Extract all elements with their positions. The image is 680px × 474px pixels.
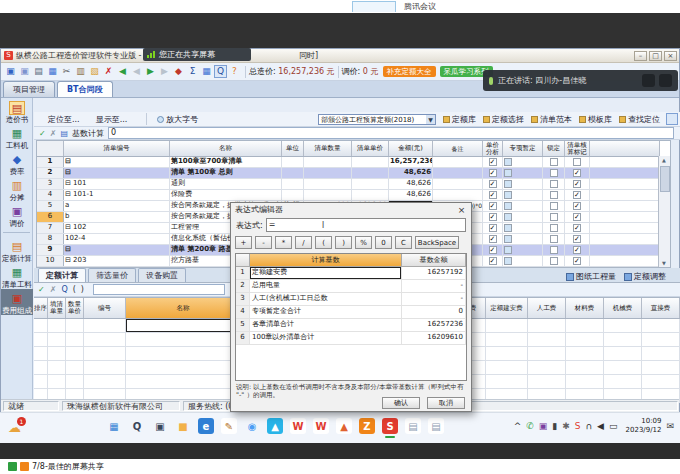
share-window-icon[interactable]: [20, 462, 29, 471]
cell-check-mark[interactable]: [565, 201, 590, 211]
checkbox-icon[interactable]: [504, 158, 512, 166]
cell-check-mark[interactable]: [565, 179, 590, 189]
tab-contract-section[interactable]: BT合同段: [57, 81, 113, 97]
cell-price-analysis[interactable]: [483, 201, 503, 211]
tray-s-app-icon[interactable]: S: [575, 421, 581, 431]
cell-amount[interactable]: 48,626: [389, 179, 433, 189]
sidebar-item-cost-composition[interactable]: ▣ 费用组成: [1, 289, 33, 315]
find-locate-button[interactable]: 查找定位: [619, 114, 660, 125]
cell-note[interactable]: [433, 179, 483, 189]
wps-writer-2-icon[interactable]: W: [313, 418, 329, 434]
cell-special-provisional[interactable]: [503, 223, 543, 233]
cell-unit[interactable]: [282, 190, 304, 200]
vertical-scrollbar[interactable]: ▲ ▼: [658, 156, 670, 267]
nav-back-icon[interactable]: ◀: [116, 65, 129, 78]
operator-key[interactable]: 0: [375, 236, 392, 249]
cell-name[interactable]: 第100章至700章清单: [170, 157, 282, 167]
detail-formula-input[interactable]: [93, 284, 225, 295]
checkbox-icon[interactable]: [550, 246, 558, 254]
cell-special-provisional[interactable]: [503, 157, 543, 167]
sidebar-item-allocation[interactable]: ▥ 分摊: [1, 176, 33, 202]
cell-lock[interactable]: [543, 157, 565, 167]
scrollbar-thumb[interactable]: [660, 166, 670, 192]
checkbox-icon[interactable]: [550, 180, 558, 188]
operator-key[interactable]: %: [355, 236, 372, 249]
cell-price-analysis[interactable]: [483, 212, 503, 222]
search-icon[interactable]: Q: [214, 65, 227, 78]
checkbox-icon[interactable]: [573, 224, 581, 232]
cell-unit[interactable]: [282, 157, 304, 167]
table-row[interactable]: 1 ⊟ 第100章至700章清单 16,257,236: [37, 157, 660, 168]
row-number[interactable]: 8: [37, 234, 64, 244]
checkbox-icon[interactable]: [550, 213, 558, 221]
operator-key[interactable]: C: [395, 236, 412, 249]
print-icon[interactable]: ▤: [32, 65, 45, 78]
volume-icon[interactable]: ◀: [597, 421, 604, 431]
checkbox-icon[interactable]: [504, 202, 512, 210]
paste-icon[interactable]: ▥: [74, 65, 87, 78]
tools-icon[interactable]: ◆: [172, 65, 185, 78]
base-list-row[interactable]: 2 总用电量 -: [236, 280, 466, 293]
operator-key[interactable]: *: [275, 236, 292, 249]
supplement-quota-badge[interactable]: 补充定额大全: [383, 66, 436, 77]
cell-check-mark[interactable]: [565, 245, 590, 255]
edge-icon[interactable]: e: [198, 418, 214, 434]
checkbox-icon[interactable]: [489, 246, 497, 254]
checkbox-icon[interactable]: [489, 158, 497, 166]
checkbox-icon[interactable]: [573, 191, 581, 199]
wps-writer-icon[interactable]: W: [290, 418, 306, 434]
paren-open-icon[interactable]: (: [73, 285, 76, 294]
checkbox-icon[interactable]: [550, 224, 558, 232]
header-name[interactable]: 名称: [170, 141, 282, 156]
cell-amount[interactable]: 48,626: [389, 168, 433, 178]
checkbox-icon[interactable]: [573, 180, 581, 188]
header-quota-build-install[interactable]: 定额建安费: [486, 298, 528, 318]
tab-filter-price[interactable]: 筛选量价: [88, 268, 136, 282]
zoom-font-button[interactable]: 放大字号: [157, 114, 198, 125]
operator-key[interactable]: BackSpace: [415, 236, 459, 249]
quota-library-button[interactable]: 定额库: [443, 114, 476, 125]
cell-code[interactable]: b: [64, 212, 170, 222]
cell-lock[interactable]: [543, 201, 565, 211]
cell-check-mark[interactable]: [565, 168, 590, 178]
tab-quota-calc[interactable]: 定额计算: [38, 268, 86, 282]
operator-key[interactable]: +: [235, 236, 252, 249]
checkbox-icon[interactable]: [550, 235, 558, 243]
start-button[interactable]: ▦: [106, 418, 122, 434]
checkbox-icon[interactable]: [550, 202, 558, 210]
checkbox-icon[interactable]: [550, 169, 558, 177]
sidebar-item-list-materials[interactable]: ▦ 清单工料: [1, 263, 33, 289]
header-note[interactable]: 备注: [433, 141, 483, 156]
cell-base-name[interactable]: 专项暂定金合计: [250, 306, 402, 318]
operator-key[interactable]: ): [335, 236, 352, 249]
checkbox-icon[interactable]: [489, 224, 497, 232]
display-button[interactable]: 显示至...: [96, 114, 128, 125]
header-machine[interactable]: 机械费: [604, 298, 642, 318]
header-name[interactable]: 名称: [126, 298, 241, 318]
table-row[interactable]: 4 ⊟ 101-1 保险费 48,626: [37, 190, 660, 201]
cell-check-mark[interactable]: [565, 157, 590, 167]
cell-price-analysis[interactable]: [483, 256, 503, 266]
checkbox-icon[interactable]: [504, 257, 512, 265]
paren-close-icon[interactable]: ): [81, 285, 84, 294]
tray-purple-app-icon[interactable]: ▣: [539, 421, 548, 431]
cell-base-amount[interactable]: -: [402, 280, 466, 292]
cell-price-analysis[interactable]: [483, 234, 503, 244]
cell-check-mark[interactable]: [565, 256, 590, 266]
row-number[interactable]: 5: [37, 201, 64, 211]
scroll-up-icon[interactable]: ▲: [659, 157, 669, 163]
cell-code[interactable]: ⊟ 203: [64, 256, 170, 266]
cell-unit[interactable]: [282, 168, 304, 178]
checkbox-icon[interactable]: [550, 191, 558, 199]
checkbox-icon[interactable]: [489, 191, 497, 199]
cell-unit-price[interactable]: [352, 179, 389, 189]
cell-price-analysis[interactable]: [483, 223, 503, 233]
header-sort[interactable]: 排序: [34, 298, 48, 318]
cell-check-mark[interactable]: [565, 234, 590, 244]
checkbox-icon[interactable]: [573, 235, 581, 243]
sidebar-item-rates[interactable]: ◆ 费率: [1, 150, 33, 176]
cell-base-amount[interactable]: -: [402, 293, 466, 305]
meeting-tab[interactable]: [352, 1, 396, 12]
cell-price-analysis[interactable]: [483, 190, 503, 200]
delete-icon[interactable]: ✗: [102, 65, 115, 78]
